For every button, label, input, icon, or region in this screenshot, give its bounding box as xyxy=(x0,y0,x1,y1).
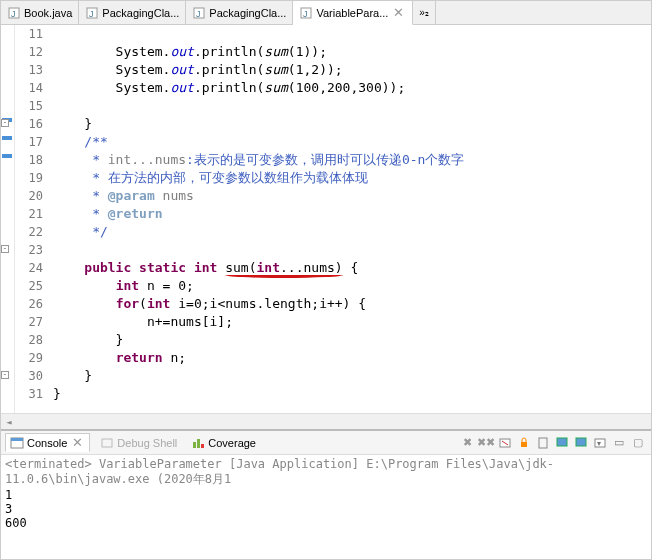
svg-rect-17 xyxy=(539,438,547,448)
line-numbers: 1112131415161718192021222324252627282930… xyxy=(15,25,49,413)
svg-rect-13 xyxy=(201,444,204,448)
more-tabs[interactable]: »₂ xyxy=(413,1,436,24)
java-file-icon: J xyxy=(192,6,206,20)
debug-shell-tab[interactable]: Debug Shell xyxy=(96,435,181,451)
console-tab-label: Console xyxy=(27,437,67,449)
console-toolbar: ✖ ✖✖ ▾ ▭ ▢ xyxy=(458,434,647,452)
debug-tab-label: Debug Shell xyxy=(117,437,177,449)
java-file-icon: J xyxy=(85,6,99,20)
svg-rect-10 xyxy=(102,439,112,447)
scroll-lock-icon[interactable] xyxy=(515,434,533,452)
display2-icon[interactable] xyxy=(572,434,590,452)
output-line: 600 xyxy=(5,516,647,530)
code-editor[interactable]: - - - 1112131415161718192021222324252627… xyxy=(1,25,651,413)
output-line: 1 xyxy=(5,488,647,502)
output-line: 3 xyxy=(5,502,647,516)
coverage-tab-label: Coverage xyxy=(208,437,256,449)
tab-packaging-2[interactable]: J PackagingCla... xyxy=(186,1,293,24)
svg-rect-18 xyxy=(557,438,567,446)
tab-label: PackagingCla... xyxy=(102,7,179,19)
console-tab[interactable]: Console ✕ xyxy=(5,433,90,452)
svg-rect-12 xyxy=(197,439,200,448)
min-icon[interactable]: ▭ xyxy=(610,434,628,452)
pin-icon[interactable] xyxy=(534,434,552,452)
debug-icon xyxy=(100,436,114,450)
svg-rect-19 xyxy=(576,438,586,446)
remove-launch-icon[interactable]: ✖ xyxy=(458,434,476,452)
tab-label: VariablePara... xyxy=(316,7,388,19)
svg-text:J: J xyxy=(196,9,201,19)
horizontal-scrollbar[interactable]: ◄ xyxy=(1,413,651,429)
svg-text:J: J xyxy=(303,9,308,19)
scroll-left-icon[interactable]: ◄ xyxy=(1,417,17,427)
tab-packaging-1[interactable]: J PackagingCla... xyxy=(79,1,186,24)
tab-label: Book.java xyxy=(24,7,72,19)
svg-rect-9 xyxy=(11,438,23,441)
svg-text:▾: ▾ xyxy=(597,439,601,448)
console-tab-bar: Console ✕ Debug Shell Coverage ✖ ✖✖ ▾ ▭ … xyxy=(1,431,651,455)
svg-text:J: J xyxy=(89,9,94,19)
fold-icon[interactable]: - xyxy=(1,119,9,127)
console-output[interactable]: <terminated> VariableParameter [Java App… xyxy=(1,455,651,559)
java-file-icon: J xyxy=(299,6,313,20)
clear-icon[interactable] xyxy=(496,434,514,452)
editor-tab-bar: J Book.java J PackagingCla... J Packagin… xyxy=(1,1,651,25)
terminated-line: <terminated> VariableParameter [Java App… xyxy=(5,457,647,488)
svg-rect-16 xyxy=(521,442,527,447)
marker-column: - - - xyxy=(1,25,15,413)
tab-variablepara[interactable]: J VariablePara... ✕ xyxy=(293,1,413,25)
fold-icon[interactable]: - xyxy=(1,245,9,253)
max-icon[interactable]: ▢ xyxy=(629,434,647,452)
remove-all-icon[interactable]: ✖✖ xyxy=(477,434,495,452)
close-icon[interactable]: ✕ xyxy=(391,5,406,20)
close-icon[interactable]: ✕ xyxy=(70,435,85,450)
console-panel: Console ✕ Debug Shell Coverage ✖ ✖✖ ▾ ▭ … xyxy=(1,429,651,559)
coverage-icon xyxy=(191,436,205,450)
svg-rect-11 xyxy=(193,442,196,448)
java-file-icon: J xyxy=(7,6,21,20)
display-icon[interactable] xyxy=(553,434,571,452)
tab-label: PackagingCla... xyxy=(209,7,286,19)
console-icon xyxy=(10,436,24,450)
open-console-icon[interactable]: ▾ xyxy=(591,434,609,452)
coverage-tab[interactable]: Coverage xyxy=(187,435,260,451)
tab-book[interactable]: J Book.java xyxy=(1,1,79,24)
svg-text:J: J xyxy=(11,9,16,19)
code-area[interactable]: System.out.println(sum(1)); System.out.p… xyxy=(49,25,651,413)
fold-icon[interactable]: - xyxy=(1,371,9,379)
